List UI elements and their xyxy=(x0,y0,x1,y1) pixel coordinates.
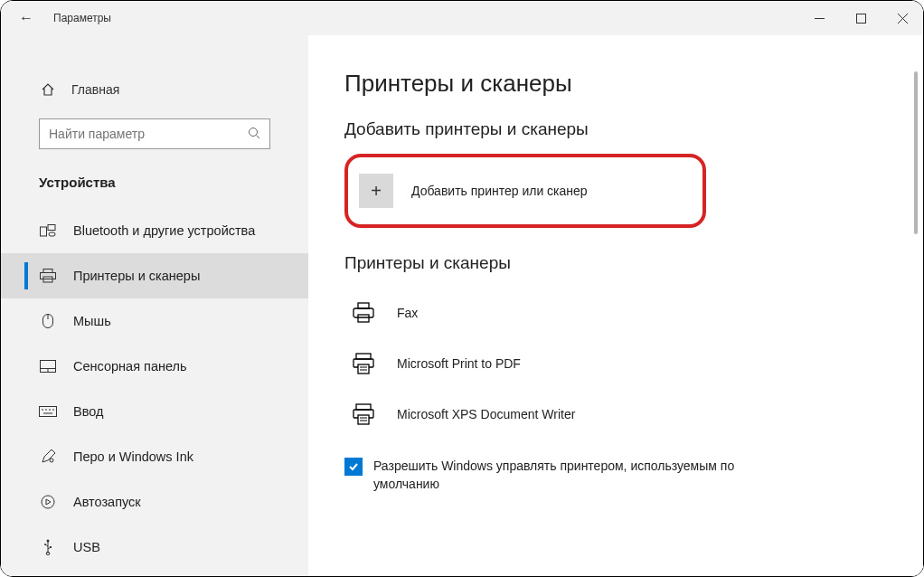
titlebar: ← Параметры xyxy=(1,1,923,35)
back-button[interactable]: ← xyxy=(19,10,33,26)
keyboard-icon xyxy=(39,406,57,417)
mouse-icon xyxy=(39,314,57,328)
svg-rect-40 xyxy=(358,415,369,424)
home-link[interactable]: Главная xyxy=(1,71,308,108)
svg-point-4 xyxy=(250,128,258,136)
window-title: Параметры xyxy=(53,12,111,24)
section-list-title: Принтеры и сканеры xyxy=(344,253,905,273)
category-title: Устройства xyxy=(1,166,308,208)
fax-icon xyxy=(350,299,377,326)
sidebar: Главная Устройства Bluetooth и другие ус… xyxy=(1,35,308,576)
home-icon xyxy=(39,82,57,97)
sidebar-item-bluetooth[interactable]: Bluetooth и другие устройства xyxy=(1,208,308,253)
sidebar-item-label: Автозапуск xyxy=(73,495,141,509)
sidebar-item-label: Bluetooth и другие устройства xyxy=(73,223,255,238)
sidebar-item-label: Ввод xyxy=(73,404,103,419)
default-printer-checkbox-row[interactable]: Разрешить Windows управлять принтером, и… xyxy=(344,458,905,497)
sidebar-item-label: Принтеры и сканеры xyxy=(73,269,200,283)
sidebar-item-label: USB xyxy=(73,540,100,554)
section-add-title: Добавить принтеры и сканеры xyxy=(344,119,905,139)
bluetooth-devices-icon xyxy=(39,224,57,237)
printer-list: Fax Microsoft Print to PDF Microsoft XPS… xyxy=(344,288,905,440)
svg-point-24 xyxy=(42,496,54,508)
pen-icon xyxy=(39,449,57,464)
window-controls xyxy=(798,1,923,35)
svg-rect-31 xyxy=(354,308,373,317)
scrollbar-thumb[interactable] xyxy=(914,71,918,234)
svg-rect-33 xyxy=(356,354,371,359)
svg-rect-38 xyxy=(356,404,371,410)
printer-item-xps[interactable]: Microsoft XPS Document Writer xyxy=(344,389,905,440)
svg-rect-7 xyxy=(48,225,55,231)
settings-window: ← Параметры Главная xyxy=(1,1,923,576)
nav-list: Bluetooth и другие устройства Принтеры и… xyxy=(1,208,308,570)
svg-rect-8 xyxy=(49,232,55,236)
svg-line-5 xyxy=(257,135,260,138)
svg-rect-10 xyxy=(41,273,56,279)
sidebar-item-usb[interactable]: USB xyxy=(1,525,308,570)
search-icon xyxy=(248,127,260,142)
search-box[interactable] xyxy=(39,118,270,149)
checkbox-checked-icon[interactable] xyxy=(344,458,363,476)
home-label: Главная xyxy=(71,82,119,97)
add-printer-button[interactable]: + Добавить принтер или сканер xyxy=(355,165,695,217)
svg-rect-29 xyxy=(50,546,52,548)
svg-rect-9 xyxy=(43,270,52,273)
svg-point-28 xyxy=(44,544,46,545)
sidebar-item-printers[interactable]: Принтеры и сканеры xyxy=(1,253,308,298)
sidebar-item-label: Перо и Windows Ink xyxy=(73,449,193,464)
usb-icon xyxy=(39,539,57,555)
svg-rect-17 xyxy=(40,407,57,417)
svg-rect-32 xyxy=(358,315,369,322)
page-title: Принтеры и сканеры xyxy=(344,70,905,98)
printer-label: Fax xyxy=(397,306,418,320)
printer-item-fax[interactable]: Fax xyxy=(344,288,905,338)
sidebar-item-pen[interactable]: Перо и Windows Ink xyxy=(1,434,308,479)
plus-icon: + xyxy=(359,174,393,208)
sidebar-item-autoplay[interactable]: Автозапуск xyxy=(1,479,308,525)
svg-rect-30 xyxy=(358,303,369,308)
print-to-file-icon xyxy=(350,401,377,428)
printer-item-pdf[interactable]: Microsoft Print to PDF xyxy=(344,338,905,389)
sidebar-item-label: Сенсорная панель xyxy=(73,359,187,374)
add-printer-label: Добавить принтер или сканер xyxy=(411,184,588,198)
touchpad-icon xyxy=(39,360,57,373)
content-area: Принтеры и сканеры Добавить принтеры и с… xyxy=(308,35,923,576)
body-area: Главная Устройства Bluetooth и другие ус… xyxy=(1,35,923,576)
minimize-button[interactable] xyxy=(798,1,840,35)
close-button[interactable] xyxy=(882,1,923,35)
svg-rect-6 xyxy=(41,227,47,236)
print-to-file-icon xyxy=(350,350,377,377)
highlight-annotation: + Добавить принтер или сканер xyxy=(344,154,706,228)
search-input[interactable] xyxy=(49,127,248,141)
autoplay-icon xyxy=(39,495,57,509)
printer-label: Microsoft Print to PDF xyxy=(397,356,521,371)
checkbox-label: Разрешить Windows управлять принтером, и… xyxy=(373,458,771,493)
svg-rect-35 xyxy=(358,364,369,374)
svg-rect-1 xyxy=(856,14,865,23)
svg-point-23 xyxy=(50,459,53,462)
maximize-button[interactable] xyxy=(840,1,882,35)
sidebar-item-touchpad[interactable]: Сенсорная панель xyxy=(1,344,308,389)
printer-icon xyxy=(39,269,57,283)
scrollbar[interactable] xyxy=(914,71,918,562)
svg-point-26 xyxy=(47,540,50,543)
printer-label: Microsoft XPS Document Writer xyxy=(397,407,575,421)
sidebar-item-label: Мышь xyxy=(73,314,111,328)
sidebar-item-typing[interactable]: Ввод xyxy=(1,389,308,434)
sidebar-item-mouse[interactable]: Мышь xyxy=(1,298,308,344)
